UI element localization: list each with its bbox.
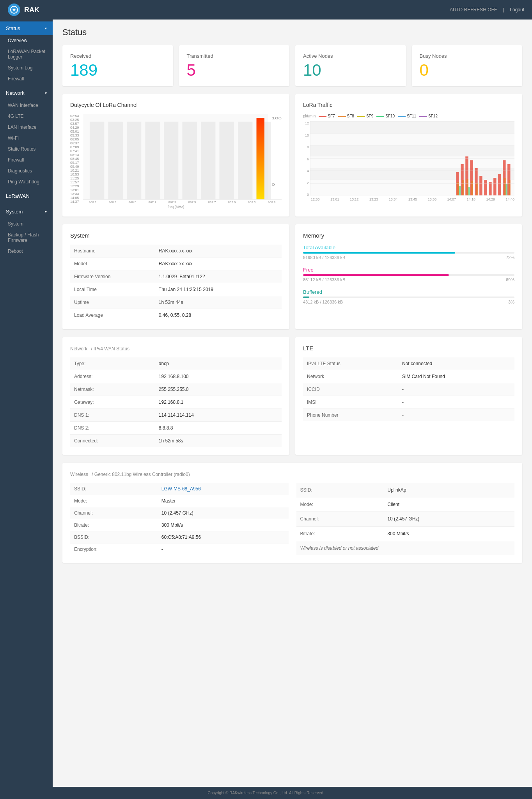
wireless-ssid-link[interactable]: LGW-MS-68_A956 [161, 486, 201, 492]
table-row: DNS 2: 8.8.8.8 [70, 422, 282, 435]
footer-text: Copyright © RAKwireless Technology Co., … [208, 791, 325, 795]
dutycycle-chart: 02:53 03:25 03:57 04:29 05:01 05:33 06:0… [70, 114, 282, 200]
sidebar-item-backup-flash[interactable]: Backup / Flash Firmware [0, 229, 53, 246]
system-field-label-model: Model [70, 257, 155, 270]
system-card: System Hostname RAKxxxx-xx-xxx Model RAK… [62, 224, 289, 329]
table-row: ICCID - [303, 383, 514, 396]
svg-rect-39 [468, 187, 470, 195]
memory-buffered: Buffered 4312 kB / 126336 kB 3% [303, 289, 514, 304]
table-row: Uptime 1h 53m 44s [70, 296, 282, 309]
lora-traffic-title: LoRa Traffic [303, 102, 514, 108]
wireless-left-label-bitrate: Bitrate: [70, 519, 158, 531]
sidebar-section-header-status[interactable]: Status ▾ [0, 21, 53, 35]
chevron-down-icon-system: ▾ [45, 210, 47, 214]
svg-rect-10 [238, 122, 252, 199]
table-row: Wireless is disabled or not associated [296, 541, 515, 555]
sidebar-section-header-lorawan[interactable]: LoRaWAN [0, 189, 53, 203]
memory-bar-fill-buffered [303, 297, 309, 298]
stat-cards: Received 189 Transmitted 5 Active Nodes … [62, 45, 522, 86]
dutycycle-x-labels: 868.1 868.3 868.5 867.1 867.3 867.5 867.… [70, 201, 282, 204]
wireless-left-label-mode: Mode: [70, 495, 158, 507]
svg-rect-33 [466, 179, 468, 195]
wireless-right-label-bitrate: Bitrate: [296, 526, 384, 541]
lte-label-phone: Phone Number [303, 409, 398, 422]
legend-line-sf12 [419, 116, 427, 117]
table-row: Local Time Thu Jan 24 11:25:15 2019 [70, 283, 282, 296]
sidebar-item-diagnostics[interactable]: Diagnostics [0, 165, 53, 176]
lte-label-iccid: ICCID [303, 383, 398, 396]
table-row: Gateway: 192.168.8.1 [70, 396, 282, 409]
stat-card-active-nodes: Active Nodes 10 [295, 45, 406, 86]
sidebar-item-reboot[interactable]: Reboot [0, 246, 53, 257]
wireless-grid: SSID: LGW-MS-68_A956 Mode: Master Channe… [70, 483, 514, 555]
sidebar-item-system-log[interactable]: System Log [0, 62, 53, 73]
wireless-left-label-encryption: Encryption: [70, 543, 158, 556]
svg-rect-3 [108, 122, 122, 199]
page-title: Status [62, 27, 522, 37]
sidebar-item-system[interactable]: System [0, 218, 53, 229]
wireless-right-note: Wireless is disabled or not associated [296, 541, 515, 555]
table-row: Channel: 10 (2.457 GHz) [296, 512, 515, 526]
table-row: Connected: 1h 52m 58s [70, 435, 282, 447]
logout-link[interactable]: Logout [510, 7, 524, 12]
network-label-connected: Connected: [70, 435, 155, 447]
sidebar-section-header-network[interactable]: Network ▾ [0, 86, 53, 100]
svg-rect-32 [462, 180, 463, 195]
sidebar-item-lan-interface[interactable]: LAN Interface [0, 122, 53, 133]
svg-rect-26 [489, 182, 491, 195]
sidebar-item-overview[interactable]: Overview [0, 35, 53, 46]
svg-rect-37 [509, 180, 510, 195]
svg-text:0: 0 [272, 183, 275, 186]
memory-meta-left-total: 91980 kB / 126336 kB [303, 255, 345, 260]
table-row: SSID: UplinkAp [296, 483, 515, 497]
sidebar-item-wan-interface[interactable]: WAN Interface [0, 100, 53, 111]
svg-rect-40 [506, 184, 507, 195]
wireless-left-label-bssid: BSSID: [70, 531, 158, 543]
dutycycle-y-labels: 02:53 03:25 03:57 04:29 05:01 05:33 06:0… [70, 114, 83, 200]
sidebar-section-network: Network ▾ WAN Interface 4G LTE LAN Inter… [0, 86, 53, 187]
memory-meta-total: 91980 kB / 126336 kB 72% [303, 255, 514, 260]
logo-icon [8, 4, 20, 16]
sidebar-item-lorawan-packet-logger[interactable]: LoRaWAN Packet Logger [0, 46, 53, 62]
system-field-value-firmware: 1.1.0029_Beta01 r122 [155, 270, 282, 283]
network-value-gateway: 192.168.8.1 [155, 396, 282, 409]
svg-text:100: 100 [272, 116, 282, 120]
table-row: Bitrate: 300 Mbit/s [296, 526, 515, 541]
table-row: Channel: 10 (2.457 GHz) [70, 507, 289, 519]
stat-value-transmitted: 5 [187, 62, 282, 78]
sidebar-item-ping-watchdog[interactable]: Ping Watchdog [0, 176, 53, 187]
wireless-left-label-channel: Channel: [70, 507, 158, 519]
memory-meta-left-free: 85112 kB / 126336 kB [303, 277, 345, 282]
dutycycle-chart-title: Dutycycle Of LoRa Channel [70, 102, 282, 108]
memory-bar-fill-free [303, 274, 449, 276]
system-field-value-uptime: 1h 53m 44s [155, 296, 282, 309]
legend-line-sf9 [357, 116, 365, 117]
wireless-table-right: SSID: UplinkAp Mode: Client Channel: 10 … [296, 483, 515, 555]
sidebar-item-firewall-network[interactable]: Firewall [0, 154, 53, 165]
svg-rect-5 [145, 122, 160, 199]
sidebar-item-firewall-status[interactable]: Firewall [0, 73, 53, 84]
svg-rect-4 [127, 122, 141, 199]
main-content: Status Received 189 Transmitted 5 Active… [53, 20, 532, 787]
memory-meta-free: 85112 kB / 126336 kB 69% [303, 277, 514, 282]
network-table: Type: dhcp Address: 192.168.8.100 Netmas… [70, 357, 282, 447]
table-row: Address: 192.168.8.100 [70, 370, 282, 383]
main-layout: Status ▾ Overview LoRaWAN Packet Logger … [0, 20, 532, 787]
memory-card-title: Memory [303, 232, 514, 239]
memory-bar-track-free [303, 274, 514, 276]
svg-rect-8 [201, 122, 215, 199]
legend-sf11: SF11 [398, 114, 416, 118]
sidebar-item-static-routes[interactable]: Static Routes [0, 144, 53, 154]
network-value-address: 192.168.8.100 [155, 370, 282, 383]
sidebar-section-header-system[interactable]: System ▾ [0, 205, 53, 218]
network-label-gateway: Gateway: [70, 396, 155, 409]
memory-label-free: Free [303, 267, 514, 273]
table-row: Network SIM Card Not Found [303, 370, 514, 383]
sidebar-item-wifi[interactable]: Wi-Fi [0, 133, 53, 144]
charts-row: Dutycycle Of LoRa Channel 02:53 03:25 03… [62, 94, 522, 217]
sidebar-item-4g-lte[interactable]: 4G LTE [0, 111, 53, 122]
system-field-value-localtime: Thu Jan 24 11:25:15 2019 [155, 283, 282, 296]
svg-rect-17 [310, 145, 514, 156]
auto-refresh-label[interactable]: AUTO REFRESH OFF [450, 7, 497, 12]
header-actions: AUTO REFRESH OFF | Logout [450, 7, 524, 12]
